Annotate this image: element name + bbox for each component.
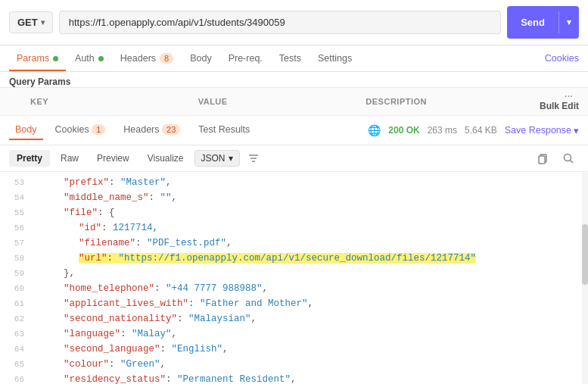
line-number: 66 <box>6 373 33 384</box>
line-content: "prefix": "Master", <box>33 175 172 190</box>
line-content: "language": "Malay", <box>33 326 177 342</box>
save-response-button[interactable]: Save Response ▾ <box>505 125 579 136</box>
line-content: "colour": "Green", <box>33 357 166 372</box>
tab-auth[interactable]: Auth <box>67 45 111 71</box>
line-number: 53 <box>6 176 33 190</box>
line-number: 54 <box>6 192 33 205</box>
resp-body-label: Body <box>15 124 37 135</box>
svg-rect-4 <box>539 156 545 164</box>
bulk-edit-button[interactable]: Bulk Edit <box>540 101 579 111</box>
scrollbar-thumb[interactable] <box>582 224 588 285</box>
line-number: 64 <box>6 343 33 357</box>
line-content: "residency_status": "Permanent Resident"… <box>33 372 297 384</box>
resp-tab-headers[interactable]: Headers 23 <box>117 120 186 140</box>
line-number: 58 <box>6 252 33 266</box>
json-line-64: 64 "second_language": "English", <box>0 342 588 357</box>
json-line-61: 61 "applicant_lives_with": "Father and M… <box>0 296 588 311</box>
line-number: 56 <box>6 222 33 236</box>
tab-tests[interactable]: Tests <box>272 45 309 71</box>
resp-tab-body[interactable]: Body <box>9 120 43 140</box>
save-response-label: Save Response <box>505 125 571 136</box>
json-line-54: 54 "middle_name_s": "", <box>0 190 588 205</box>
tab-tests-label: Tests <box>279 53 301 64</box>
fmt-raw-label: Raw <box>61 153 79 164</box>
tab-headers-label: Headers <box>120 53 156 64</box>
resp-headers-label: Headers <box>123 124 159 135</box>
json-line-53: 53 "prefix": "Master", <box>0 175 588 190</box>
line-content: "second_language": "English", <box>33 342 229 357</box>
tab-prereq-label: Pre-req. <box>229 53 263 64</box>
fmt-tab-preview[interactable]: Preview <box>89 150 137 167</box>
send-button[interactable]: Send ▾ <box>507 6 579 39</box>
save-response-chevron: ▾ <box>574 125 579 136</box>
json-line-60: 60 "home_telephone": "+44 7777 988988", <box>0 281 588 296</box>
line-number: 61 <box>6 298 33 311</box>
json-line-55: 55 "file": { <box>0 205 588 220</box>
method-selector[interactable]: GET ▾ <box>9 11 53 33</box>
tab-body[interactable]: Body <box>182 45 219 71</box>
json-format-label: JSON <box>201 153 226 164</box>
copy-icon[interactable] <box>532 149 553 167</box>
scrollbar[interactable] <box>582 172 588 384</box>
fmt-tab-pretty[interactable]: Pretty <box>9 150 50 167</box>
response-header: Body Cookies 1 Headers 23 Test Results 🌐… <box>0 116 588 145</box>
cookies-button[interactable]: Cookies <box>545 53 579 64</box>
send-dropdown-icon[interactable]: ▾ <box>559 12 579 33</box>
globe-icon: 🌐 <box>368 124 381 136</box>
actions-col: ··· Bulk Edit <box>534 92 579 111</box>
line-number: 59 <box>6 267 33 281</box>
tab-body-label: Body <box>190 53 212 64</box>
tab-auth-label: Auth <box>75 53 95 64</box>
resp-cookies-badge: 1 <box>92 124 105 135</box>
resp-headers-badge: 23 <box>162 124 180 135</box>
line-content: "file": { <box>33 205 115 220</box>
line-number: 62 <box>6 313 33 326</box>
line-content: "applicant_lives_with": "Father and Moth… <box>33 296 313 311</box>
fmt-pretty-label: Pretty <box>17 153 42 164</box>
url-input[interactable] <box>59 11 501 34</box>
value-col-header: VALUE <box>198 97 366 106</box>
fmt-tab-visualize[interactable]: Visualize <box>140 150 191 167</box>
json-format-select[interactable]: JSON ▾ <box>194 150 240 167</box>
line-content: "second_nationality": "Malaysian", <box>33 311 257 326</box>
tab-settings[interactable]: Settings <box>310 45 359 71</box>
json-line-65: 65 "colour": "Green", <box>0 357 588 372</box>
json-line-57: 57 "filename": "PDF_test.pdf", <box>0 236 588 251</box>
line-content: }, <box>33 266 75 281</box>
key-col-header: KEY <box>30 97 198 106</box>
fmt-visualize-label: Visualize <box>148 153 184 164</box>
params-dot <box>53 56 58 61</box>
app-container: GET ▾ Send ▾ Params Auth Headers 8 Body … <box>0 0 588 384</box>
send-label: Send <box>507 11 559 33</box>
query-params-label: Query Params <box>9 76 579 87</box>
line-number: 57 <box>6 237 33 251</box>
resp-tab-cookies[interactable]: Cookies 1 <box>49 120 112 140</box>
resp-cookies-label: Cookies <box>55 124 89 135</box>
tab-headers[interactable]: Headers 8 <box>113 45 181 71</box>
line-content: "filename": "PDF_test.pdf", <box>33 236 232 251</box>
line-content: "url": "https://f1.openapply.com/api/v1/… <box>33 251 476 266</box>
more-options-icon[interactable]: ··· <box>565 92 573 101</box>
method-label: GET <box>17 17 38 28</box>
response-size: 5.64 KB <box>465 125 497 136</box>
json-line-58: 58 "url": "https://f1.openapply.com/api/… <box>0 251 588 266</box>
json-response-body[interactable]: 53 "prefix": "Master", 54 "middle_name_s… <box>0 172 588 384</box>
resp-tab-test-results[interactable]: Test Results <box>192 120 256 140</box>
json-line-56: 56 "id": 1217714, <box>0 220 588 236</box>
search-icon[interactable] <box>558 149 579 167</box>
headers-badge: 8 <box>160 53 173 64</box>
filter-icon[interactable] <box>243 149 264 167</box>
tab-prereq[interactable]: Pre-req. <box>221 45 270 71</box>
line-content: "middle_name_s": "", <box>33 190 177 205</box>
tab-params[interactable]: Params <box>9 45 66 71</box>
format-bar: Pretty Raw Preview Visualize JSON ▾ <box>0 145 588 172</box>
json-line-62: 62 "second_nationality": "Malaysian", <box>0 311 588 326</box>
query-params-section: Query Params <box>0 72 588 88</box>
line-number: 63 <box>6 328 33 342</box>
fmt-tab-raw[interactable]: Raw <box>53 150 86 167</box>
status-code: 200 OK <box>388 125 419 136</box>
svg-line-6 <box>571 161 574 164</box>
tab-settings-label: Settings <box>318 53 352 64</box>
json-line-59: 59 }, <box>0 266 588 281</box>
auth-dot <box>98 56 104 61</box>
